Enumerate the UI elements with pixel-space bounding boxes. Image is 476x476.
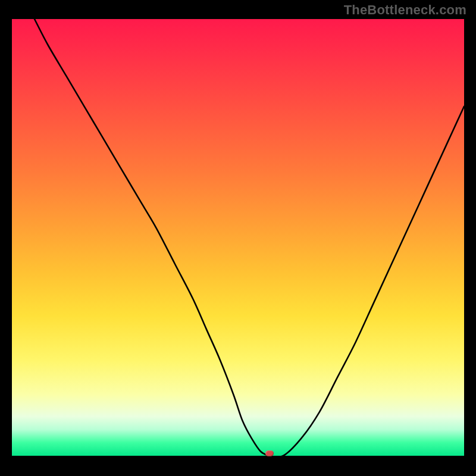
- chart-container: TheBottleneck.com: [0, 0, 476, 476]
- curve-layer: [12, 19, 464, 456]
- optimal-point-marker: [265, 450, 274, 456]
- plot-area: [12, 19, 464, 456]
- watermark-text: TheBottleneck.com: [344, 2, 466, 18]
- bottleneck-curve: [35, 19, 464, 457]
